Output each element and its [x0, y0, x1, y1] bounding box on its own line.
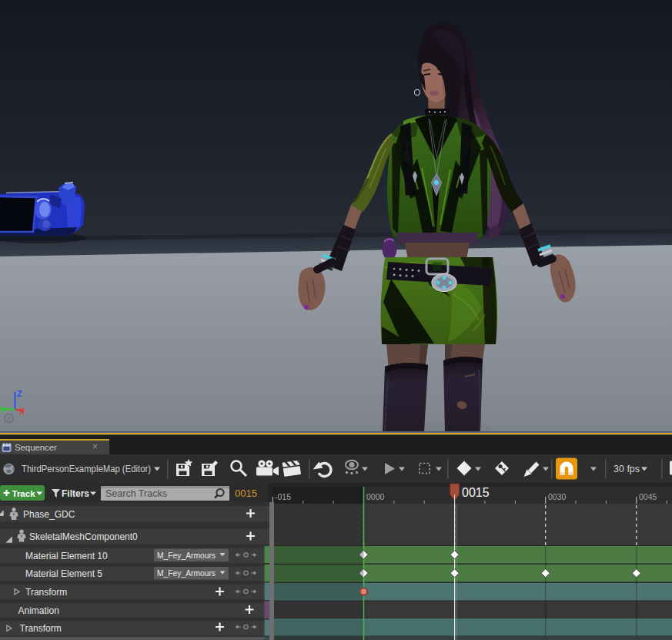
svg-text:M_Fey_Armours: M_Fey_Armours	[157, 568, 216, 578]
svg-text:0045: 0045	[639, 492, 657, 501]
svg-text:Transform: Transform	[20, 623, 62, 634]
svg-text:Z: Z	[17, 389, 22, 398]
svg-text:0015: 0015	[462, 486, 490, 499]
svg-text:ThirdPersonExampleMap (Editor): ThirdPersonExampleMap (Editor)	[22, 464, 151, 474]
svg-text:Filters: Filters	[62, 488, 89, 499]
svg-text:Search Tracks: Search Tracks	[105, 488, 167, 499]
svg-text:30 fps: 30 fps	[613, 464, 640, 474]
svg-text:Track: Track	[12, 489, 36, 498]
svg-text:Material Element 5: Material Element 5	[25, 568, 102, 579]
svg-text:Animation: Animation	[18, 605, 59, 616]
svg-text:M_Fey_Armours: M_Fey_Armours	[157, 551, 216, 560]
svg-text:Transform: Transform	[25, 587, 67, 598]
svg-text:Y: Y	[0, 405, 6, 414]
svg-text:?: ?	[7, 415, 11, 423]
svg-text:0000: 0000	[366, 492, 385, 501]
svg-text:Material Element 10: Material Element 10	[25, 551, 108, 561]
svg-text:0015: 0015	[235, 488, 257, 499]
svg-text:SkeletalMeshComponent0: SkeletalMeshComponent0	[29, 531, 138, 542]
svg-text:Phase_GDC: Phase_GDC	[23, 509, 75, 520]
svg-text:0030: 0030	[548, 492, 567, 501]
svg-text:X: X	[19, 407, 25, 416]
svg-text:-015: -015	[275, 492, 291, 501]
